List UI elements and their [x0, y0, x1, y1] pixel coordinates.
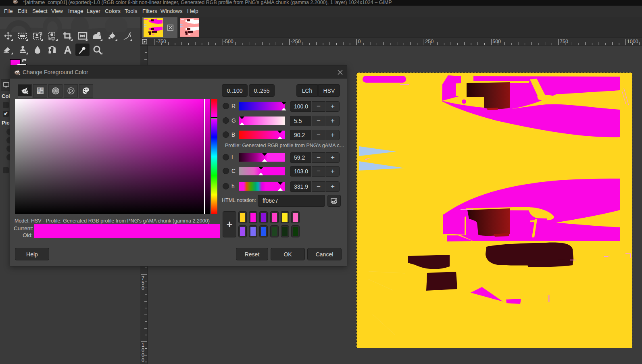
svg-text:Y: Y: [38, 91, 40, 94]
svg-text:K: K: [41, 91, 43, 94]
svg-text:M: M: [41, 88, 43, 91]
svg-text:C: C: [38, 88, 40, 91]
svg-text:0: 0: [358, 39, 361, 44]
svg-text:-500: -500: [223, 39, 233, 44]
svg-text:-750: -750: [156, 39, 166, 44]
svg-text:0: 0: [142, 285, 144, 291]
svg-text:-250: -250: [291, 39, 301, 44]
svg-text:750: 750: [560, 39, 568, 44]
svg-text:500: 500: [492, 39, 501, 44]
svg-text:250: 250: [425, 39, 434, 44]
svg-text:0: 0: [142, 358, 144, 363]
